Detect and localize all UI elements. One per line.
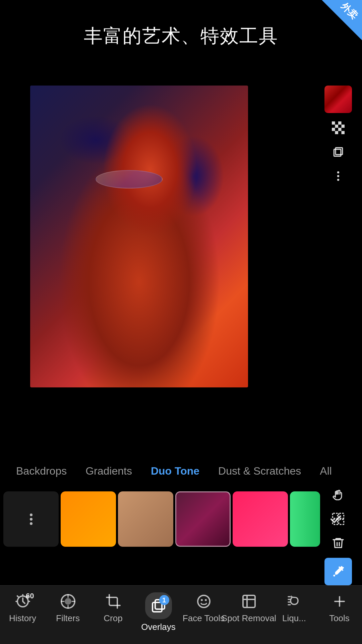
image-background: [30, 86, 248, 387]
color-swatches: [0, 488, 362, 550]
color-picker-button[interactable]: [324, 86, 352, 113]
svg-rect-9: [336, 148, 343, 155]
filters-label: Filters: [56, 613, 80, 624]
svg-rect-4: [332, 128, 335, 131]
spot-removal-icon: [240, 592, 258, 610]
liquify-label: Liqu...: [282, 613, 306, 624]
swatch-pink-red[interactable]: [233, 491, 288, 547]
tab-backdrops[interactable]: Backdrops: [7, 462, 76, 480]
svg-rect-19: [153, 602, 162, 612]
spot-removal-label: Spot Removal: [222, 613, 276, 624]
layers-button[interactable]: [324, 140, 352, 164]
history-count: 60: [26, 592, 34, 600]
svg-rect-8: [334, 149, 341, 156]
crop-label: Crop: [104, 613, 122, 624]
tools-icon: [330, 592, 349, 610]
bottom-nav: 60 History Filters Crop: [0, 585, 362, 644]
tools-label: Tools: [329, 613, 350, 624]
svg-point-23: [205, 599, 207, 601]
svg-point-22: [201, 599, 203, 601]
nav-tools[interactable]: Tools: [318, 592, 361, 624]
tab-duo-tone[interactable]: Duo Tone: [141, 462, 209, 480]
more-options-button[interactable]: [324, 164, 352, 188]
nav-filters[interactable]: Filters: [46, 592, 90, 624]
face-tools-label: Face Tools: [183, 613, 225, 624]
checkerboard-button[interactable]: [324, 116, 352, 140]
filters-icon: [59, 592, 77, 610]
svg-point-12: [337, 179, 339, 181]
nav-crop[interactable]: Crop: [92, 592, 135, 624]
nav-liquify[interactable]: Liqu...: [273, 592, 316, 624]
svg-point-11: [337, 175, 339, 177]
svg-point-21: [198, 595, 210, 607]
nav-history[interactable]: 60 History: [1, 592, 45, 624]
tab-all[interactable]: All: [310, 462, 341, 480]
tab-gradients[interactable]: Gradients: [76, 462, 141, 480]
nav-face-tools[interactable]: Face Tools: [182, 592, 226, 624]
swatch-options[interactable]: [3, 491, 59, 547]
crop-icon: [104, 592, 122, 610]
liquify-icon: [285, 592, 303, 610]
sunglasses-detail: [96, 170, 163, 189]
swatch-green[interactable]: [290, 491, 320, 547]
svg-rect-6: [338, 128, 342, 131]
nav-spot-removal[interactable]: Spot Removal: [227, 592, 271, 624]
svg-rect-1: [335, 125, 339, 128]
face-tools-icon: [195, 592, 213, 610]
dot: [30, 514, 33, 516]
overlays-icon: 1: [145, 592, 172, 619]
svg-rect-0: [332, 121, 335, 125]
svg-rect-7: [342, 131, 345, 135]
swatch-confirm[interactable]: [322, 491, 349, 547]
svg-rect-3: [342, 125, 345, 128]
person-silhouette: [30, 86, 248, 387]
overlays-label: Overlays: [141, 622, 176, 632]
svg-point-18: [65, 598, 71, 605]
svg-point-10: [337, 171, 339, 173]
corner-badge-text: 外卖: [339, 1, 359, 21]
svg-rect-2: [338, 121, 342, 125]
overlays-badge: 1: [159, 595, 169, 605]
swatch-dark-red[interactable]: [175, 491, 231, 547]
tab-dust-scratches[interactable]: Dust & Scratches: [209, 462, 310, 480]
main-image: [30, 86, 248, 387]
category-tabs: Backdrops Gradients Duo Tone Dust & Scra…: [0, 459, 362, 483]
dot: [30, 518, 33, 521]
right-toolbar: [324, 86, 352, 188]
eyedropper-button[interactable]: [324, 558, 352, 585]
swatch-orange[interactable]: [61, 491, 116, 547]
svg-rect-5: [335, 131, 339, 135]
nav-overlays[interactable]: 1 Overlays: [137, 592, 180, 632]
page-title: 丰富的艺术、特效工具: [0, 23, 362, 49]
swatch-tan[interactable]: [118, 491, 173, 547]
history-label: History: [9, 613, 36, 624]
dot: [30, 522, 33, 525]
history-icon: 60: [14, 592, 32, 610]
